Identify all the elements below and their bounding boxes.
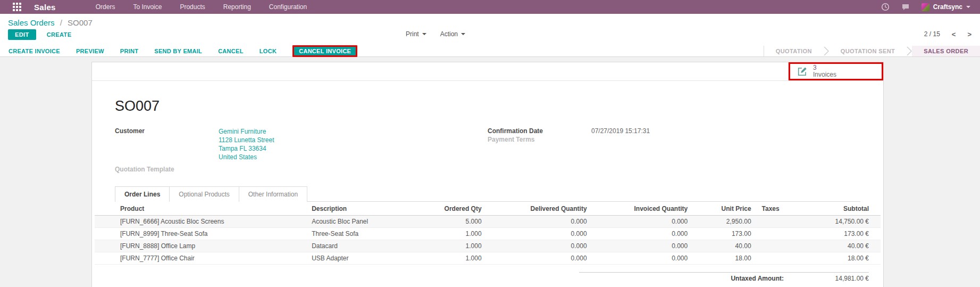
- chevron-down-icon: [461, 33, 465, 35]
- untaxed-amount-value: 14,981.00 €: [784, 275, 869, 282]
- table-row[interactable]: [FURN_6666] Acoustic Bloc ScreensAcousti…: [95, 216, 881, 228]
- invoices-label: Invoices: [813, 71, 836, 78]
- status-quotation-sent[interactable]: QUOTATION SENT: [829, 46, 907, 56]
- customer-city[interactable]: Tampa FL 33634: [219, 144, 274, 153]
- form-view-background: 3 Invoices SO007 Customer Gemini Furnitu…: [0, 57, 980, 287]
- form-sheet: 3 Invoices SO007 Customer Gemini Furnitu…: [91, 62, 884, 287]
- action-dropdown[interactable]: Action: [440, 30, 465, 38]
- col-ordered-qty[interactable]: Ordered Qty: [412, 202, 487, 216]
- top-navbar: Sales Orders To Invoice Products Reporti…: [0, 0, 980, 14]
- nav-item-reporting[interactable]: Reporting: [214, 0, 260, 14]
- print-dropdown[interactable]: Print: [406, 30, 426, 38]
- chevron-down-icon: [422, 33, 426, 35]
- invoices-smart-button-highlighted[interactable]: 3 Invoices: [789, 62, 883, 80]
- field-group: Customer Gemini Furniture 1128 Lunetta S…: [115, 127, 860, 174]
- messages-chat-icon[interactable]: [901, 3, 910, 11]
- chevron-right-icon: [907, 46, 912, 56]
- statusbar: QUOTATION QUOTATION SENT SALES ORDER: [764, 46, 980, 56]
- create-invoice-button[interactable]: CREATE INVOICE: [9, 48, 60, 54]
- untaxed-amount-label: Untaxed Amount:: [731, 275, 784, 282]
- nav-item-orders[interactable]: Orders: [87, 0, 124, 14]
- apps-grid-icon[interactable]: [13, 3, 21, 11]
- nav-item-configuration[interactable]: Configuration: [260, 0, 316, 14]
- order-lines-table: Product Description Ordered Qty Delivere…: [95, 202, 881, 265]
- col-product[interactable]: Product: [95, 202, 306, 216]
- nav-item-to-invoice[interactable]: To Invoice: [124, 0, 171, 14]
- table-row[interactable]: [FURN_8888] Office LampDatacard 1.0000.0…: [95, 240, 881, 252]
- lock-button[interactable]: LOCK: [259, 48, 277, 54]
- order-title: SO007: [115, 98, 860, 114]
- breadcrumb-current: SO007: [68, 18, 93, 27]
- col-delivered-qty[interactable]: Delivered Quantity: [487, 202, 592, 216]
- col-description[interactable]: Description: [306, 202, 412, 216]
- cancel-button[interactable]: CANCEL: [218, 48, 244, 54]
- status-quotation[interactable]: QUOTATION: [764, 46, 824, 56]
- send-by-email-button[interactable]: SEND BY EMAIL: [154, 48, 202, 54]
- customer-street[interactable]: 1128 Lunetta Street: [219, 136, 274, 144]
- status-sales-order[interactable]: SALES ORDER: [912, 46, 980, 56]
- table-header-row: Product Description Ordered Qty Delivere…: [95, 202, 881, 216]
- confirmation-date-label: Confirmation Date: [488, 127, 591, 135]
- print-button[interactable]: PRINT: [120, 48, 139, 54]
- edit-button[interactable]: EDIT: [8, 29, 36, 40]
- control-panel: Sales Orders / SO007 EDIT CREATE Print A…: [0, 14, 980, 57]
- pager-previous-icon[interactable]: <: [952, 31, 956, 38]
- customer-country[interactable]: United States: [219, 153, 274, 161]
- col-subtotal[interactable]: Subtotal: [801, 202, 881, 216]
- user-avatar: [922, 3, 929, 11]
- chevron-down-icon: [966, 6, 970, 8]
- col-unit-price[interactable]: Unit Price: [693, 202, 756, 216]
- confirmation-date-value[interactable]: 07/27/2019 15:17:31: [591, 127, 650, 135]
- quotation-template-label: Quotation Template: [115, 166, 219, 173]
- create-button[interactable]: CREATE: [47, 31, 72, 38]
- preview-button[interactable]: PREVIEW: [76, 48, 104, 54]
- user-name: Craftsync: [933, 3, 962, 11]
- customer-name-link[interactable]: Gemini Furniture: [219, 127, 274, 136]
- nav-menu: Orders To Invoice Products Reporting Con…: [87, 0, 316, 14]
- totals-panel: Untaxed Amount: 14,981.00 € Taxes: 0.00 …: [579, 272, 869, 287]
- chevron-right-icon: [824, 46, 829, 56]
- pencil-square-icon: [797, 66, 808, 77]
- tab-other-information[interactable]: Other Information: [239, 186, 307, 202]
- col-invoiced-qty[interactable]: Invoiced Quantity: [592, 202, 693, 216]
- tab-optional-products[interactable]: Optional Products: [170, 186, 239, 202]
- notebook-tabs: Order Lines Optional Products Other Info…: [115, 186, 860, 202]
- smart-button-strip: 3 Invoices: [92, 62, 883, 81]
- table-row[interactable]: [FURN_8999] Three-Seat SofaThree-Seat So…: [95, 228, 881, 240]
- nav-item-products[interactable]: Products: [171, 0, 214, 14]
- payment-terms-label: Payment Terms: [488, 136, 591, 143]
- cancel-invoice-button-highlighted[interactable]: CANCEL INVOICE: [292, 45, 357, 57]
- tab-order-lines[interactable]: Order Lines: [115, 186, 170, 202]
- table-row[interactable]: [FURN_7777] Office ChairUSB Adapter 1.00…: [95, 252, 881, 265]
- pager-next-icon[interactable]: >: [967, 31, 971, 38]
- user-menu[interactable]: Craftsync: [922, 3, 970, 11]
- col-taxes[interactable]: Taxes: [757, 202, 801, 216]
- app-name[interactable]: Sales: [34, 3, 56, 12]
- breadcrumb-separator: /: [57, 18, 65, 27]
- activities-clock-icon[interactable]: [881, 3, 890, 11]
- breadcrumb: Sales Orders / SO007: [0, 14, 980, 28]
- customer-label: Customer: [115, 127, 219, 161]
- pager: 2 / 15 < >: [924, 30, 971, 38]
- pager-count: 2 / 15: [924, 30, 940, 38]
- breadcrumb-sales-orders[interactable]: Sales Orders: [8, 18, 55, 27]
